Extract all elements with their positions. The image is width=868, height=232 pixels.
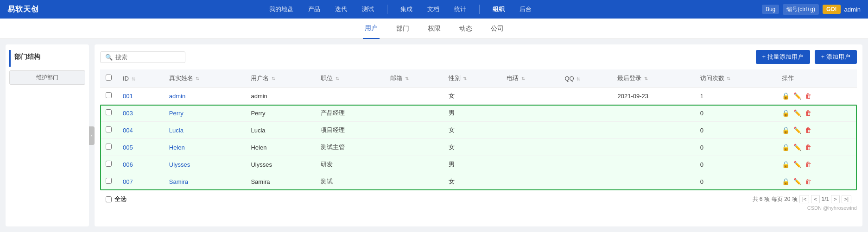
sort-lastlogin-icon[interactable]: ⇅ (644, 76, 648, 81)
last-page-button[interactable]: >| (842, 195, 851, 203)
realname-link[interactable]: admin (169, 93, 185, 100)
row-email (385, 88, 443, 105)
realname-link[interactable]: Samira (169, 178, 188, 185)
row-qq (559, 105, 612, 122)
lock-icon[interactable]: 🔒 (782, 144, 790, 151)
sort-realname-icon[interactable]: ⇅ (196, 76, 199, 81)
nav-test[interactable]: 测试 (360, 5, 376, 13)
row-checkbox[interactable] (106, 161, 112, 167)
total-info: 共 6 项 (753, 195, 770, 203)
delete-icon[interactable]: 🗑 (805, 109, 811, 117)
page-info: 1/1 (822, 196, 830, 202)
row-visits: 0 (695, 139, 777, 156)
th-checkbox (100, 69, 117, 88)
row-phone (501, 105, 559, 122)
subnav-dynamics[interactable]: 动态 (457, 19, 474, 39)
sort-visits-icon[interactable]: ⇅ (727, 76, 730, 81)
sort-email-icon[interactable]: ⇅ (405, 76, 409, 81)
nav-org[interactable]: 组织 (491, 5, 507, 13)
edit-icon[interactable]: ✏️ (793, 144, 801, 151)
toolbar-right: + 批量添加用户 + 添加用户 (756, 50, 857, 64)
delete-icon[interactable]: 🗑 (805, 92, 811, 100)
sort-id-icon[interactable]: ⇅ (132, 76, 135, 82)
go-button[interactable]: GO! (823, 5, 841, 14)
lock-icon[interactable]: 🔒 (782, 126, 790, 134)
delete-icon[interactable]: 🗑 (805, 144, 811, 151)
edit-icon[interactable]: ✏️ (793, 161, 801, 168)
row-checkbox[interactable] (106, 109, 112, 115)
row-actions: 🔒 ✏️ 🗑 (776, 88, 857, 105)
action-icons: 🔒 ✏️ 🗑 (782, 161, 851, 168)
nav-my-desk[interactable]: 我的地盘 (267, 5, 295, 13)
row-lastlogin (612, 173, 694, 190)
bug-button[interactable]: Bug (762, 5, 779, 14)
edit-icon[interactable]: ✏️ (793, 126, 801, 134)
id-link[interactable]: 006 (123, 161, 133, 168)
row-phone (501, 173, 559, 190)
nav-docs[interactable]: 文档 (425, 5, 441, 13)
id-link[interactable]: 001 (123, 93, 133, 100)
row-checkbox[interactable] (106, 126, 112, 132)
realname-link[interactable]: Ulysses (169, 161, 190, 168)
batch-add-button[interactable]: + 批量添加用户 (756, 50, 810, 64)
manage-dept-button[interactable]: 维护部门 (9, 70, 85, 85)
nav-product[interactable]: 产品 (306, 5, 322, 13)
row-checkbox[interactable] (106, 178, 112, 184)
sort-position-icon[interactable]: ⇅ (336, 76, 339, 81)
add-user-button[interactable]: + 添加用户 (815, 50, 857, 64)
search-box[interactable]: 🔍 (100, 51, 185, 63)
sort-qq-icon[interactable]: ⇅ (577, 76, 580, 82)
id-link[interactable]: 007 (123, 178, 133, 185)
lock-icon[interactable]: 🔒 (782, 161, 790, 168)
nav-integration[interactable]: 集成 (399, 5, 414, 13)
realname-link[interactable]: Helen (169, 144, 185, 151)
edit-icon[interactable]: ✏️ (793, 92, 801, 100)
realname-link[interactable]: Lucia (169, 127, 184, 134)
sort-gender-icon[interactable]: ⇅ (463, 76, 467, 81)
nav-backend[interactable]: 后台 (518, 5, 533, 13)
code-button[interactable]: 编号(ctrl+g) (783, 4, 819, 15)
delete-icon[interactable]: 🗑 (805, 178, 811, 185)
row-checkbox[interactable] (106, 144, 112, 150)
realname-link[interactable]: Perry (169, 110, 184, 117)
sort-username-icon[interactable]: ⇅ (272, 76, 275, 81)
row-email (385, 173, 443, 190)
subnav-permissions[interactable]: 权限 (426, 19, 443, 39)
edit-icon[interactable]: ✏️ (793, 109, 801, 117)
delete-icon[interactable]: 🗑 (805, 161, 811, 168)
subnav-departments[interactable]: 部门 (394, 19, 411, 39)
row-qq (559, 173, 612, 190)
th-id: ID ⇅ (117, 69, 164, 88)
prev-page-button[interactable]: < (811, 195, 819, 203)
edit-icon[interactable]: ✏️ (793, 178, 801, 185)
sort-phone-icon[interactable]: ⇅ (521, 76, 525, 81)
lock-icon[interactable]: 🔒 (782, 92, 790, 100)
row-checkbox[interactable] (106, 92, 112, 98)
first-page-button[interactable]: |< (799, 195, 809, 203)
th-realname: 真实姓名 ⇅ (164, 69, 246, 88)
footer-select-all-checkbox[interactable] (106, 196, 112, 202)
delete-icon[interactable]: 🗑 (805, 126, 811, 134)
table-row: 006 Ulysses Ulysses 研发 男 0 🔒 ✏️ 🗑 (100, 156, 857, 173)
id-link[interactable]: 003 (123, 110, 133, 117)
id-link[interactable]: 005 (123, 144, 133, 151)
row-actions: 🔒 ✏️ 🗑 (776, 139, 857, 156)
logo: 易软天创 (7, 5, 39, 14)
row-checkbox-cell (100, 122, 117, 139)
row-checkbox-cell (100, 139, 117, 156)
subnav-users[interactable]: 用户 (363, 19, 380, 39)
search-input[interactable] (115, 54, 180, 61)
row-phone (501, 139, 559, 156)
nav-iteration[interactable]: 迭代 (333, 5, 349, 13)
select-all-checkbox[interactable] (106, 75, 112, 81)
admin-menu[interactable]: admin (844, 6, 861, 13)
lock-icon[interactable]: 🔒 (782, 178, 790, 185)
sidebar-collapse-tab[interactable]: ‹ (89, 126, 95, 145)
nav-divider-2 (479, 5, 480, 14)
subnav-company[interactable]: 公司 (489, 19, 506, 39)
nav-stats[interactable]: 统计 (452, 5, 468, 13)
row-position: 研发 (315, 156, 385, 173)
lock-icon[interactable]: 🔒 (782, 109, 790, 117)
id-link[interactable]: 004 (123, 127, 133, 134)
next-page-button[interactable]: > (831, 195, 839, 203)
